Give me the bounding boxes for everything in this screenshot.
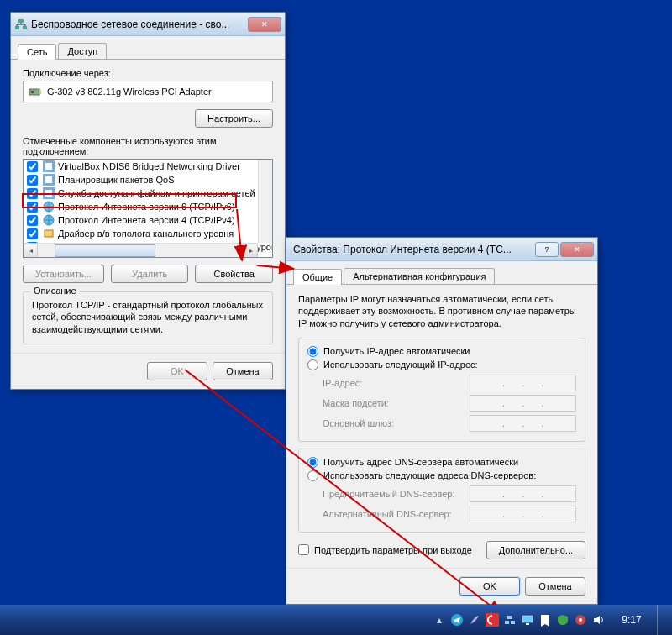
item-checkbox[interactable] — [27, 161, 38, 172]
item-checkbox[interactable] — [27, 175, 38, 186]
network-tray-icon[interactable] — [503, 613, 517, 627]
svg-rect-29 — [522, 616, 533, 622]
horizontal-scrollbar[interactable]: ◂ ▸ — [24, 243, 258, 257]
ok-button[interactable]: OK — [147, 362, 207, 380]
list-item[interactable]: Планировщик пакетов QoS — [24, 173, 272, 186]
preferred-dns-label: Предпочитаемый DNS-сервер: — [323, 489, 470, 499]
volume-icon[interactable] — [591, 613, 605, 627]
scroll-thumb[interactable] — [55, 244, 155, 257]
show-desktop-button[interactable] — [657, 605, 665, 635]
tab-sharing[interactable]: Доступ — [58, 43, 107, 59]
list-item[interactable]: Протокол Интернета версии 4 (TCP/IPv4) — [24, 213, 272, 227]
advanced-button[interactable]: Дополнительно... — [486, 541, 585, 559]
alternate-dns-label: Альтернативный DNS-сервер: — [323, 509, 470, 519]
tabs: Сеть Доступ — [11, 36, 285, 60]
list-item[interactable]: Протокол Интернета версии 6 (TCP/IPv6) — [24, 200, 272, 213]
svg-rect-9 — [39, 90, 41, 94]
ok-button[interactable]: OK — [459, 577, 520, 596]
clock[interactable]: 9:17 — [612, 614, 652, 626]
connection-properties-window: Беспроводное сетевое соединение - сво...… — [10, 12, 286, 390]
svg-rect-18 — [45, 230, 53, 237]
list-item[interactable]: VirtualBox NDIS6 Bridged Networking Driv… — [24, 160, 272, 173]
subnet-mask-label: Маска подсети: — [323, 398, 470, 408]
shield-icon[interactable] — [556, 613, 570, 627]
item-checkbox[interactable] — [27, 215, 38, 226]
tab-general[interactable]: Общие — [293, 269, 342, 285]
titlebar[interactable]: Беспроводное сетевое соединение - сво...… — [11, 13, 285, 36]
ip-group: Получить IP-адрес автоматически Использо… — [298, 338, 585, 442]
svg-rect-1 — [23, 26, 27, 29]
adapter-icon — [29, 85, 42, 98]
ipv4-properties-window: Свойства: Протокол Интернета версии 4 (T… — [286, 237, 598, 605]
description-text: Протокол TCP/IP - стандартный протокол г… — [32, 299, 264, 335]
svg-point-32 — [579, 618, 582, 622]
svg-rect-0 — [15, 26, 19, 29]
svg-rect-13 — [45, 176, 52, 183]
cancel-button[interactable]: Отмена — [525, 577, 585, 596]
description-group: Описание Протокол TCP/IP - стандартный п… — [23, 291, 273, 344]
scroll-right-icon[interactable]: ▸ — [244, 244, 258, 258]
telegram-icon[interactable] — [450, 613, 464, 627]
configure-button[interactable]: Настроить... — [195, 109, 273, 128]
list-item[interactable]: Служба доступа к файлам и принтерам сете… — [24, 186, 272, 200]
svg-rect-28 — [507, 616, 512, 619]
protocol-icon — [43, 214, 55, 226]
components-label: Отмеченные компоненты используются этим … — [23, 136, 273, 156]
tab-alternate[interactable]: Альтернативная конфигурация — [344, 268, 495, 284]
properties-button[interactable]: Свойства — [195, 265, 273, 283]
driver-icon — [43, 228, 55, 239]
svg-rect-7 — [29, 89, 39, 95]
feather-icon[interactable] — [468, 613, 481, 627]
confirm-on-exit-checkbox[interactable] — [298, 544, 309, 555]
description-title: Описание — [30, 286, 80, 296]
cancel-button[interactable]: Отмена — [213, 362, 273, 380]
dns-group: Получить адрес DNS-сервера автоматически… — [298, 449, 585, 533]
vertical-scrollbar[interactable] — [258, 160, 272, 243]
close-button[interactable]: ✕ — [248, 17, 281, 32]
info-text: Параметры IP могут назначаться автоматич… — [298, 293, 585, 329]
svg-rect-2 — [18, 19, 24, 23]
item-checkbox[interactable] — [27, 228, 38, 239]
svg-rect-11 — [45, 163, 52, 170]
radio-manual-dns[interactable] — [307, 470, 318, 481]
svg-rect-15 — [45, 190, 52, 197]
service-icon — [43, 160, 55, 172]
help-button[interactable]: ? — [535, 242, 559, 257]
ccleaner-icon[interactable] — [486, 613, 499, 627]
taskbar[interactable]: ▴ 9:17 — [0, 605, 672, 635]
item-checkbox[interactable] — [27, 188, 38, 199]
system-tray: ▴ — [433, 613, 605, 627]
radio-auto-dns[interactable] — [307, 457, 318, 468]
expand-tray-icon[interactable]: ▴ — [433, 613, 446, 627]
service-icon — [43, 174, 55, 186]
uninstall-button[interactable]: Удалить — [111, 265, 189, 283]
scroll-left-icon[interactable]: ◂ — [24, 244, 38, 258]
ip-address-input: ... — [470, 375, 576, 391]
gateway-label: Основной шлюз: — [323, 418, 470, 428]
tabs: Общие Альтернативная конфигурация — [286, 261, 597, 285]
action-center-icon[interactable] — [538, 613, 552, 627]
monitor-tray-icon[interactable] — [521, 613, 534, 627]
titlebar[interactable]: Свойства: Протокол Интернета версии 4 (T… — [286, 238, 597, 261]
window-title: Беспроводное сетевое соединение - сво... — [31, 18, 246, 30]
item-checkbox[interactable] — [27, 202, 38, 213]
gateway-input: ... — [470, 415, 576, 432]
alternate-dns-input: ... — [470, 506, 576, 522]
components-list[interactable]: VirtualBox NDIS6 Bridged Networking Driv… — [23, 159, 273, 258]
tab-network[interactable]: Сеть — [18, 44, 56, 60]
svg-rect-30 — [526, 623, 529, 625]
list-item[interactable]: Драйвер в/в тополога канального уровня — [24, 227, 272, 240]
radio-auto-ip[interactable] — [307, 346, 318, 357]
adapter-field: G-302 v3 802.11g Wireless PCI Adapter — [23, 81, 273, 102]
svg-rect-27 — [511, 621, 515, 624]
install-button[interactable]: Установить... — [23, 265, 104, 283]
svg-rect-8 — [31, 91, 34, 93]
network-icon — [14, 18, 28, 31]
radio-manual-ip[interactable] — [307, 359, 318, 370]
protocol-icon — [43, 201, 55, 213]
preferred-dns-input: ... — [470, 485, 576, 502]
radio-icon[interactable] — [574, 613, 587, 627]
connect-using-label: Подключение через: — [23, 68, 273, 78]
window-title: Свойства: Протокол Интернета версии 4 (T… — [290, 244, 533, 255]
close-button[interactable]: ✕ — [560, 242, 594, 257]
